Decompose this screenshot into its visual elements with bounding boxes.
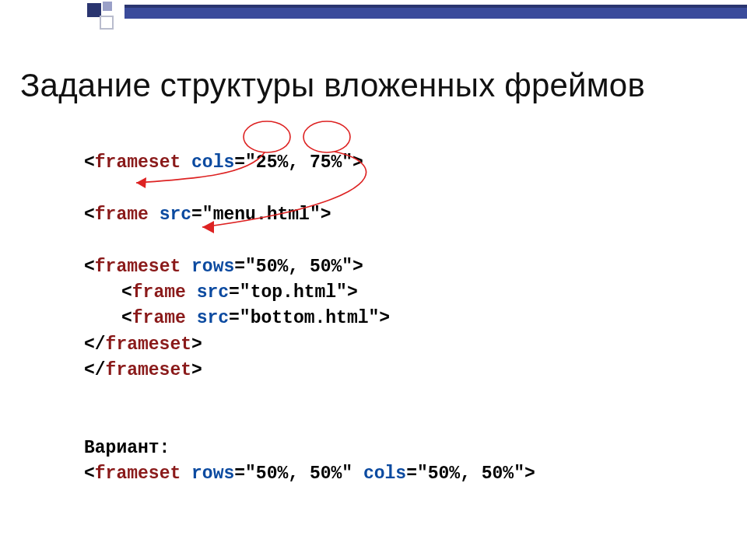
code-line: </frameset>	[84, 334, 202, 355]
code-line: </frameset>	[84, 360, 202, 380]
header-square-icon	[100, 16, 114, 30]
slide: Задание структуры вложенных фреймов <fra…	[0, 0, 747, 560]
variant-label: Вариант:	[84, 438, 170, 458]
code-line: <frame src="top.html">	[84, 282, 358, 303]
code-line: <frameset rows="50%, 50%">	[84, 257, 363, 277]
code-line: <frameset cols="25%, 75%">	[84, 152, 363, 173]
header-bar	[124, 5, 747, 19]
header-decoration	[0, 0, 747, 22]
header-square-icon	[103, 2, 112, 11]
code-line: <frame src="bottom.html">	[84, 308, 390, 328]
slide-title: Задание структуры вложенных фреймов	[20, 67, 645, 104]
code-block: <frameset cols="25%, 75%"> <frame src="m…	[84, 124, 691, 488]
code-line: <frameset rows="50%, 50%" cols="50%, 50%…	[84, 464, 535, 484]
code-line: <frame src="menu.html">	[84, 205, 331, 225]
